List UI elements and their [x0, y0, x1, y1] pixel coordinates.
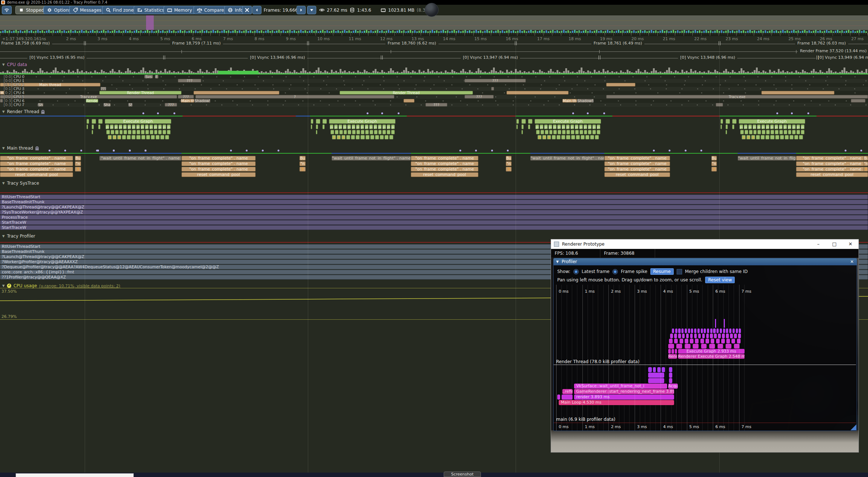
flame-bar[interactable]: [675, 328, 677, 333]
flame-bar[interactable]: [726, 328, 728, 333]
flame-bar[interactable]: VkSurface::wait_until_frame_not_i: [574, 384, 667, 389]
flame-bar[interactable]: [716, 328, 719, 333]
flame-bar[interactable]: [706, 339, 709, 343]
flame-bar[interactable]: [718, 344, 723, 349]
flame-bar[interactable]: [675, 349, 677, 354]
collapse-arrow-icon[interactable]: ▼: [2, 110, 5, 114]
flame-bar[interactable]: [730, 334, 733, 338]
close-button[interactable]: ✕: [842, 239, 859, 249]
resize-grip[interactable]: [850, 424, 856, 430]
section-header-tracy-profiler[interactable]: ▼ Tracy Profiler: [2, 234, 35, 239]
flame-bar[interactable]: [672, 349, 674, 354]
flame-bar[interactable]: GameRenderer::start_rendering_next_frame…: [574, 389, 674, 394]
flame-bar[interactable]: [693, 344, 699, 349]
frame-spike-radio[interactable]: [612, 269, 618, 274]
flame-bar[interactable]: [681, 328, 684, 333]
collapse-arrow-icon[interactable]: ▼: [2, 181, 5, 185]
flame-bar[interactable]: [694, 334, 697, 338]
taskbar[interactable]: [0, 473, 868, 477]
flame-bar[interactable]: [562, 395, 573, 400]
flame-bar[interactable]: [726, 344, 731, 349]
flame-bar[interactable]: [709, 344, 715, 349]
flame-bar[interactable]: [733, 328, 735, 333]
flame-bar[interactable]: [722, 334, 725, 338]
flame-graph-area[interactable]: 0 ms0 ms1 ms1 ms2 ms2 ms3 ms3 ms4 ms4 ms…: [554, 285, 857, 431]
flame-bar[interactable]: [672, 328, 674, 333]
flame-bar[interactable]: [657, 367, 661, 372]
flame-bar[interactable]: Main Loop 4.530 ms: [559, 400, 674, 405]
flame-bar[interactable]: [697, 328, 700, 333]
flame-bar[interactable]: [668, 344, 674, 349]
section-header-systrace[interactable]: ▼ Tracy SysTrace: [2, 181, 39, 186]
flame-bar[interactable]: [738, 334, 741, 338]
section-header-main-thread[interactable]: ▼ Main thread: [2, 146, 39, 151]
flame-bar[interactable]: [682, 334, 685, 338]
flame-bar[interactable]: [700, 339, 704, 343]
flame-bar[interactable]: [669, 339, 673, 343]
flame-bar[interactable]: [729, 328, 731, 333]
flame-bar[interactable]: [707, 328, 709, 333]
renderer-window-titlebar[interactable]: Renderer Prototype – □ ✕: [551, 239, 859, 249]
latest-frame-radio[interactable]: [573, 269, 579, 274]
flame-bar[interactable]: [702, 334, 705, 338]
flame-bar[interactable]: [678, 334, 681, 338]
flame-bar[interactable]: [678, 328, 680, 333]
maximize-button[interactable]: □: [826, 239, 842, 249]
power-dial[interactable]: [425, 3, 439, 17]
section-header-render-thread[interactable]: ▼ Render Thread: [2, 109, 45, 114]
flame-bar[interactable]: [662, 367, 665, 372]
flame-bar[interactable]: [721, 339, 725, 343]
flame-bar[interactable]: [648, 373, 664, 378]
flame-spike[interactable]: [724, 319, 725, 328]
reset-view-button[interactable]: Reset view: [705, 277, 735, 283]
imgui-profiler-panel[interactable]: ▼ Profiler ✕ Show: Latest frame Frame sp…: [553, 258, 857, 431]
flame-bar[interactable]: [698, 334, 701, 338]
flame-bar[interactable]: [669, 378, 672, 383]
flame-bar[interactable]: [734, 334, 737, 338]
flame-bar[interactable]: [701, 328, 703, 333]
merge-children-checkbox[interactable]: [677, 269, 682, 274]
flame-bar[interactable]: [688, 328, 690, 333]
flame-bar[interactable]: ..refin: [562, 389, 573, 394]
flame-bar[interactable]: [691, 328, 693, 333]
flame-bar[interactable]: [726, 339, 730, 343]
flame-bar[interactable]: [669, 373, 672, 378]
flame-bar[interactable]: [674, 339, 678, 343]
collapse-arrow-icon[interactable]: ▼: [556, 258, 559, 265]
ghost-zones-icon[interactable]: [41, 110, 45, 114]
resume-button[interactable]: Resume: [650, 268, 674, 275]
flame-bar[interactable]: [714, 334, 717, 338]
flame-bar[interactable]: [557, 395, 560, 400]
flame-bar[interactable]: [670, 334, 673, 338]
flame-bar[interactable]: render 3.893 ms: [574, 395, 674, 400]
flame-spike[interactable]: [715, 319, 716, 328]
flame-bar[interactable]: Acquire: [668, 384, 678, 389]
flame-bar[interactable]: Execute Graph 2.933 ms: [678, 349, 745, 354]
flame-bar[interactable]: [648, 378, 664, 383]
collapse-arrow-icon[interactable]: ▼: [2, 146, 5, 150]
flame-bar[interactable]: [690, 339, 693, 343]
flame-bar[interactable]: [674, 334, 677, 338]
flame-bar[interactable]: [701, 344, 707, 349]
imgui-close-icon[interactable]: ✕: [850, 258, 854, 265]
flame-bar[interactable]: [695, 339, 699, 343]
flame-bar[interactable]: [690, 334, 693, 338]
flame-bar[interactable]: Rende: [668, 354, 677, 359]
minimize-button[interactable]: –: [810, 239, 826, 249]
flame-bar[interactable]: [731, 339, 735, 343]
flame-bar[interactable]: [704, 328, 706, 333]
flame-bar[interactable]: [653, 367, 656, 372]
imgui-panel-header[interactable]: ▼ Profiler ✕: [554, 258, 857, 265]
flame-bar[interactable]: [706, 334, 709, 338]
flame-bar[interactable]: [680, 339, 683, 343]
flame-bar[interactable]: [710, 334, 713, 338]
flame-bar[interactable]: [685, 344, 691, 349]
flame-bar[interactable]: [669, 367, 672, 372]
collapse-arrow-icon[interactable]: ▼: [2, 234, 5, 238]
flame-bar[interactable]: [720, 328, 722, 333]
flame-bar[interactable]: [713, 328, 715, 333]
flame-bar[interactable]: [710, 328, 712, 333]
flame-bar[interactable]: [676, 344, 682, 349]
flame-bar[interactable]: [723, 328, 725, 333]
flame-bar[interactable]: Renderer Execute Graph 2.548 ms: [678, 354, 745, 359]
